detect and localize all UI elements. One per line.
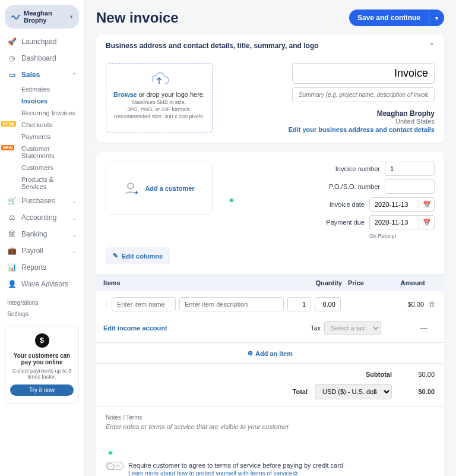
dropzone-hint: JPG, PNG, or GIF formats. [110, 106, 208, 112]
cart-icon: 🛒 [7, 196, 17, 206]
invoice-number-input[interactable] [385, 162, 435, 176]
add-item-button[interactable]: ⊕ Add an item [248, 349, 293, 357]
sub-payments[interactable]: Payments [0, 131, 84, 143]
delete-icon[interactable]: 🗑 [428, 300, 437, 308]
dropzone-hint: Recommended size: 300 x 200 pixels. [110, 114, 208, 119]
calendar-icon[interactable]: 📅 [419, 197, 435, 212]
chevron-up-icon: ⌃ [72, 72, 77, 78]
plus-circle-icon: ⊕ [248, 349, 253, 357]
nav-sales[interactable]: ▭ Sales ⌃ [0, 67, 84, 83]
new-badge: NEW [1, 145, 14, 150]
nav-reports[interactable]: 📊 Reports [0, 259, 84, 276]
total-value: $0.00 [399, 388, 435, 395]
item-price-input[interactable] [315, 297, 341, 311]
invoice-title-input[interactable] [292, 63, 435, 84]
chevron-up-icon: ⌃ [429, 42, 435, 50]
inv-num-label: Invoice number [324, 165, 380, 172]
person-plus-icon [124, 180, 140, 197]
sub-recurring[interactable]: Recurring Invoices [0, 107, 84, 119]
status-dot-icon [229, 198, 234, 203]
notes-textarea[interactable] [106, 421, 435, 440]
receipt-hint: On Receipt [369, 233, 435, 239]
nav-payroll[interactable]: 💼 Payroll ⌄ [0, 242, 84, 259]
briefcase-icon: 💼 [7, 246, 17, 256]
save-caret-button[interactable]: ▾ [429, 10, 444, 26]
invoice-summary-input[interactable] [292, 87, 435, 102]
nav-label: Dashboard [21, 54, 56, 62]
nav-integrations[interactable]: Integrations [0, 297, 84, 308]
item-qty-input[interactable] [287, 297, 311, 311]
svg-point-0 [128, 183, 134, 189]
terms-learn-link[interactable]: Learn more about how to protect yourself… [128, 470, 297, 477]
biz-section-title: Business address and contact details, ti… [106, 42, 319, 50]
subtotal-value: $0.00 [399, 371, 435, 378]
po-label: P.O./S.O. number [324, 183, 380, 190]
chevron-down-icon: ▾ [70, 14, 73, 20]
promo-sub: Collect payments up to 3 times faster. [10, 368, 74, 380]
promo-button[interactable]: Try it now [10, 384, 74, 396]
edit-business-link[interactable]: Edit your business address and contact d… [289, 126, 435, 133]
tax-label: Tax [311, 324, 321, 332]
drag-handle-icon[interactable]: ⋮⋮ [103, 301, 108, 308]
payment-due-input[interactable] [369, 215, 419, 229]
promo-title: Your customers can pay you online [10, 352, 74, 365]
chevron-down-icon: ⌄ [72, 231, 77, 238]
nav-dashboard[interactable]: ◷ Dashboard [0, 50, 84, 67]
scale-icon: ⚖ [7, 213, 17, 222]
due-label: Payment due [308, 219, 365, 226]
terms-text: Require customer to agree to terms of se… [128, 462, 343, 469]
edit-income-link[interactable]: Edit income account [103, 324, 167, 332]
save-split-button: Save and continue ▾ [349, 10, 444, 26]
col-qty: Quantity [306, 279, 342, 286]
total-label: Total [293, 388, 308, 395]
save-button[interactable]: Save and continue [349, 10, 429, 26]
col-price: Price [348, 279, 384, 286]
nav-settings[interactable]: Settings [0, 308, 84, 320]
sub-statements[interactable]: NEWCustomer Statements [0, 143, 84, 162]
item-amount: $0.00 [382, 301, 424, 308]
nav-accounting[interactable]: ⚖ Accounting ⌄ [0, 209, 84, 226]
chevron-down-icon: ⌄ [72, 215, 77, 221]
subtotal-label: Subtotal [366, 371, 392, 378]
browse-link[interactable]: Browse [113, 91, 137, 98]
sub-invoices[interactable]: Invoices [0, 95, 84, 107]
business-name: Meaghan Brophy [377, 109, 435, 118]
nav-advisors[interactable]: 👤 Wave Advisors [0, 276, 84, 292]
nav-label: Reports [21, 263, 46, 272]
sub-customers[interactable]: Customers [0, 162, 84, 174]
sub-estimates[interactable]: Estimates [0, 83, 84, 95]
rocket-icon: 🚀 [7, 37, 17, 46]
item-name-input[interactable] [112, 297, 176, 311]
edit-columns-button[interactable]: ✎ Edit columns [106, 247, 170, 264]
invoice-date-input[interactable] [369, 197, 419, 212]
add-customer-box[interactable]: Add a customer [106, 162, 213, 215]
card-icon: ▭ [7, 70, 17, 80]
nav-label: Payroll [21, 247, 43, 255]
gauge-icon: ◷ [7, 53, 17, 63]
notes-label: Notes / Terms [106, 414, 435, 421]
sub-checkouts[interactable]: BETACheckouts [0, 119, 84, 131]
add-customer-label: Add a customer [145, 185, 194, 192]
sub-products[interactable]: Products & Services [0, 174, 84, 193]
status-dot-icon [108, 450, 113, 455]
po-number-input[interactable] [385, 179, 435, 194]
dropzone-hint: Maximum 5MB in size. [110, 99, 208, 105]
calendar-icon[interactable]: 📅 [419, 215, 435, 229]
chart-icon: 📊 [7, 263, 17, 272]
biz-section-header[interactable]: Business address and contact details, ti… [96, 34, 444, 57]
logo-dropzone[interactable]: Browse or drop your logo here. Maximum 5… [106, 63, 213, 133]
chevron-down-icon: ⌄ [72, 198, 77, 204]
nav-banking[interactable]: 🏛 Banking ⌄ [0, 226, 84, 242]
tax-select[interactable]: Select a tax [324, 321, 381, 335]
nav-launchpad[interactable]: 🚀 Launchpad [0, 33, 84, 50]
date-label: Invoice date [308, 201, 365, 208]
line-item-row: ⋮⋮ $0.00 🗑 [96, 291, 444, 317]
nav-purchases[interactable]: 🛒 Purchases ⌄ [0, 193, 84, 209]
edit-columns-label: Edit columns [122, 253, 163, 260]
currency-select[interactable]: USD ($) - U.S. dollar [315, 384, 392, 399]
nav-label: Launchpad [21, 37, 56, 46]
user-chip[interactable]: Meaghan Brophy ▾ [5, 5, 79, 29]
terms-toggle[interactable]: OFF [106, 462, 124, 470]
item-desc-input[interactable] [179, 297, 284, 311]
external-link-icon: ⧉ [293, 470, 297, 477]
